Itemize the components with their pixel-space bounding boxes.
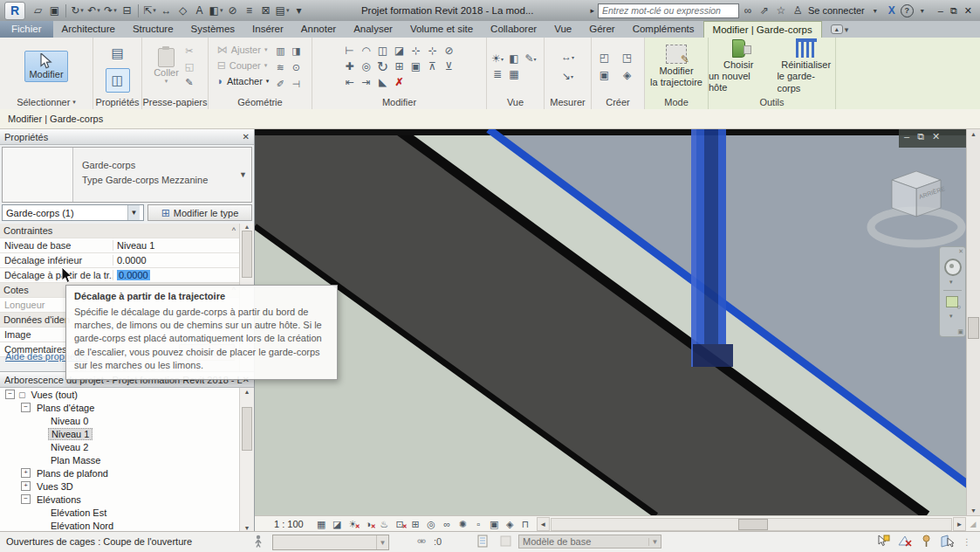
section-icon[interactable]: ⊘ [224,3,241,19]
close-button[interactable]: ✕ [964,5,972,17]
delete-icon[interactable]: ✗ [392,75,407,89]
view-vertical-scrollbar[interactable]: ▲ ▼ [966,129,980,515]
move-icon[interactable]: ✚ [342,59,357,73]
group-icon[interactable]: ▣ [408,59,423,73]
demolish-icon[interactable]: ◨ [289,44,303,58]
tab-structure[interactable]: Structure [124,21,182,38]
open-icon[interactable]: ▱ [30,3,46,19]
sign-in-caret-icon[interactable]: ▾ [867,3,883,19]
panel-label-mode[interactable]: Mode [645,95,708,108]
pin-toggle-icon[interactable] [921,535,932,549]
zoom-caret-icon[interactable]: ▾ [949,313,953,320]
view-close-icon[interactable]: ✕ [932,131,940,142]
trim-icon[interactable]: ⊘ [442,44,456,58]
restore-button[interactable]: ⧉ [950,5,957,17]
pick-new-host-button[interactable]: Choisir un nouvel hôte [709,39,768,94]
tab-analyser[interactable]: Analyser [345,21,401,38]
communication-center-icon[interactable]: ⇗ [757,3,772,19]
wall-joins-icon[interactable]: ≋ [273,60,287,74]
mirror-axis-icon[interactable]: ⊹ [408,44,423,58]
temporary-view-properties-icon[interactable]: ▣ [487,517,502,531]
sync-with-central-icon[interactable]: ↻▾ [69,3,86,19]
thin-lines-toggle-icon[interactable]: ≣ [490,67,505,81]
tab-collaborer[interactable]: Collaborer [482,21,545,38]
view-scale-button[interactable]: 1 : 100 [255,519,314,529]
panel-label-mesurer[interactable]: Mesurer [545,95,591,108]
temporary-hide-isolate-icon[interactable]: ∞ [440,517,455,531]
create-parts-icon[interactable]: ◰ [597,51,612,65]
tab-vue[interactable]: Vue [545,21,580,38]
undo-icon[interactable]: ↶▾ [86,3,102,19]
align-right-icon[interactable]: ⇥ [359,75,373,89]
unpin-element-icon[interactable]: ⊻ [442,59,456,73]
help-caret-icon[interactable]: ▾ [915,3,930,19]
mirror-pick-icon[interactable]: ⊹ [425,44,440,58]
property-value[interactable]: Niveau 1 [113,240,240,251]
reveal-constraints-icon[interactable]: ⊓ [518,517,533,531]
view-horizontal-scrollbar[interactable] [551,518,952,531]
view-vscroll-thumb[interactable] [968,317,979,339]
panel-label-selectionner[interactable]: Sélectionner▾ [0,95,93,108]
align-icon[interactable]: ⊢ [342,44,357,58]
worksets-combo[interactable]: ▼ [272,535,389,550]
properties-scrollbar-thumb[interactable] [242,231,252,278]
navbar-caret-icon[interactable]: ▾ [949,279,953,286]
tree-item-niveau-1[interactable]: Niveau 1 [0,427,240,440]
properties-palette-toggle-icon[interactable]: ◫ [106,68,130,93]
minimize-button[interactable]: – [938,5,943,17]
visual-style-icon[interactable]: ◪ [330,517,345,531]
print-icon[interactable]: ⊟ [119,3,135,19]
property-value[interactable]: 0.0000 [113,270,240,280]
view-restore-icon[interactable]: ⧉ [917,131,924,142]
tab-fichier[interactable]: Fichier [0,21,53,38]
help-icon[interactable]: ? [901,4,914,17]
pin-element-icon[interactable]: ⊼ [425,59,440,73]
split-element-icon[interactable]: ◫ [375,44,390,58]
panel-label-vue[interactable]: Vue [487,95,544,108]
redo-icon[interactable]: ↷▾ [102,3,119,19]
detail-level-icon[interactable]: ▦ [314,517,329,531]
property-value[interactable]: 0.0000 [113,255,240,266]
properties-palette-header[interactable]: Propriétés ✕ [0,129,254,145]
lock-3d-view-icon[interactable]: ◎ [424,517,439,531]
shadows-icon[interactable]: ◑✕ [361,517,376,531]
measure-icon[interactable]: ⇱▾ [141,3,158,19]
collapse-icon[interactable]: − [5,390,15,399]
editable-only-icon[interactable] [476,535,490,549]
beam-joins-icon[interactable]: ⊙ [289,60,303,74]
reveal-hidden-elements-icon[interactable]: ✺ [456,517,470,531]
collapse-icon[interactable]: − [21,494,31,504]
title-overflow-arrow[interactable]: ▸ [590,6,594,15]
scale-icon[interactable]: ◣ [375,75,390,89]
search-input[interactable] [598,3,739,18]
unjoin-icon[interactable]: ⊣ [289,77,303,91]
expand-icon[interactable]: + [21,481,31,491]
displacement-icon[interactable]: ◈ [503,517,517,531]
thin-lines-icon[interactable]: ≡ [241,3,257,19]
worksets-icon[interactable] [253,535,264,549]
split-with-gap-icon[interactable]: ◪ [392,44,407,58]
copy-icon[interactable]: ◱ [182,59,196,73]
create-similar-icon[interactable]: ◈ [620,68,634,82]
tab-modifier-garde-corps[interactable]: Modifier | Garde-corps [703,21,822,38]
tree-item-plan-masse[interactable]: Plan Masse [0,453,240,466]
steering-wheel-icon[interactable] [944,259,962,276]
edit-path-button[interactable]: ✎ Modifier la trajectoire [650,45,702,88]
design-options-icon[interactable] [499,535,512,549]
measure-between-icon[interactable]: ↔▾ [560,50,575,64]
sun-path-icon[interactable]: ☀✕ [346,517,360,531]
dimension-icon[interactable]: ↘▾ [560,69,575,83]
select-links-toggle-icon[interactable] [876,535,890,549]
model-3d-view[interactable]: ARRIÈRE [255,129,980,515]
expand-icon[interactable]: + [21,468,31,478]
properties-windows-icon[interactable]: ▤ [106,41,130,66]
tree-item-plans-de-plafond[interactable]: +Plans de plafond [0,466,240,480]
tab-architecture[interactable]: Architecture [53,21,124,38]
tab-ins-rer[interactable]: Insérer [243,21,292,38]
create-assembly-icon[interactable]: ◳ [620,51,634,65]
crop-view-icon[interactable]: ⊡✕ [393,517,408,531]
scrollbar-up-icon[interactable]: ▲ [240,224,254,230]
editing-requests-icon[interactable]: ⚮ [417,535,426,548]
property-section-contraintes[interactable]: Contraintes^ [0,224,240,238]
aligned-dimension-icon[interactable]: ↔ [158,3,175,19]
